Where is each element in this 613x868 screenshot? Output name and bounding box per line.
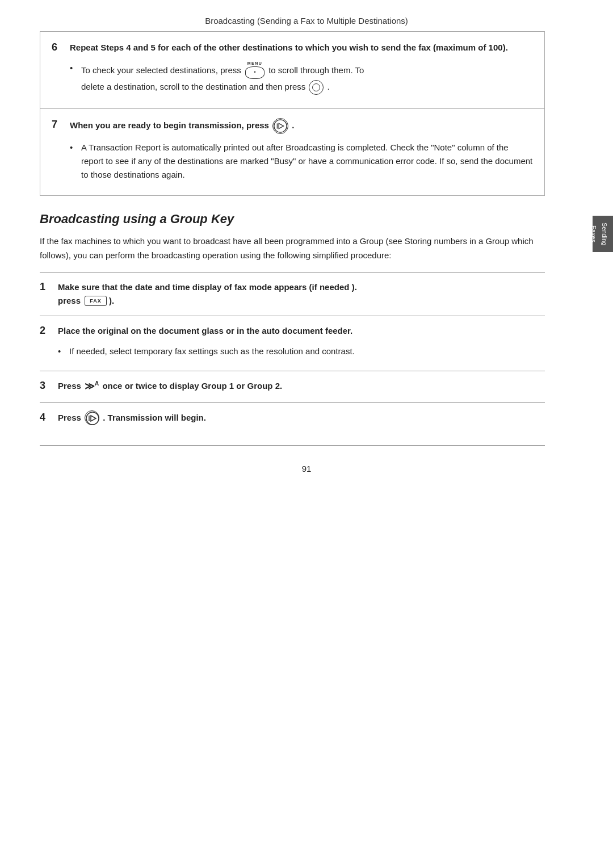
group-step1-text-post: ). <box>352 282 357 292</box>
group-step1: 1 Make sure that the date and time displ… <box>40 272 545 316</box>
start-icon-2 <box>85 410 99 425</box>
group-step2-bullet1-text: If needed, select temporary fax settings… <box>69 346 355 356</box>
group-step1-text-pre: Make sure that the date and time display… <box>58 282 349 292</box>
group-step2-number: 2 <box>40 324 53 337</box>
group-step3-text: Press ≫A once or twice to display Group … <box>58 381 282 391</box>
side-tab: Sending Faxes 3. <box>593 216 613 252</box>
step6-number: 6 <box>52 41 65 54</box>
group-step2-bullet1: If needed, select temporary fax settings… <box>58 345 545 358</box>
group-step3: 3 Press ≫A once or twice to display Grou… <box>40 371 545 402</box>
step6-bullet1-pre: To check your selected destinations, pre… <box>81 65 241 75</box>
svg-marker-1 <box>279 124 283 129</box>
page-number: 91 <box>0 452 613 479</box>
step6-box: 6 Repeat Steps 4 and 5 for each of the o… <box>40 31 545 109</box>
main-content: 6 Repeat Steps 4 and 5 for each of the o… <box>0 31 590 446</box>
group-step4: 4 Press . Transmission will begin. <box>40 402 545 434</box>
side-tab-line1: Sending <box>600 223 608 245</box>
start-icon <box>272 118 288 134</box>
group-step3-text-mid: once or twice to display Group 1 or Grou… <box>102 381 282 391</box>
header-title: Broadcasting (Sending a Fax to Multiple … <box>205 16 408 26</box>
step6-bullets: To check your selected destinations, pre… <box>70 61 533 95</box>
step7-bullet1: A Transaction Report is automatically pr… <box>70 141 533 182</box>
group-step1-line2-pre: press <box>58 296 81 305</box>
step7-number: 7 <box>52 118 65 131</box>
side-tab-line2: Faxes <box>589 225 597 242</box>
page-header: Broadcasting (Sending a Fax to Multiple … <box>0 0 613 31</box>
group-step3-number: 3 <box>40 379 53 392</box>
step7-bullet1-text: A Transaction Report is automatically pr… <box>81 142 532 179</box>
group-step1-number: 1 <box>40 280 53 293</box>
group-step3-text-pre: Press <box>58 381 81 391</box>
group-step4-text-pre: Press <box>58 413 81 422</box>
group-step1-text: Make sure that the date and time display… <box>58 282 357 292</box>
step7-heading-pre: When you are ready to begin transmission… <box>70 120 269 130</box>
step7-heading: When you are ready to begin transmission… <box>70 120 294 130</box>
stop-icon <box>309 80 324 95</box>
group-step2-heading: Place the original on the document glass… <box>58 326 352 336</box>
step6-bullet1-line2-pre: delete a destination, scroll to the dest… <box>81 82 305 91</box>
svg-point-0 <box>274 120 287 132</box>
step7-box: 7 When you are ready to begin transmissi… <box>40 109 545 196</box>
section-intro: If the fax machines to which you want to… <box>40 234 545 263</box>
svg-point-3 <box>86 412 99 425</box>
side-tab-number: 3. <box>578 232 586 237</box>
step6-bullet1-post: to scroll through them. To <box>268 65 364 75</box>
group-step2-bullets: If needed, select temporary fax settings… <box>58 345 545 358</box>
menu-icon: MENU <box>245 60 264 79</box>
group-step1-line2: press FAX ). <box>58 296 114 305</box>
fax-button-icon: FAX <box>85 296 107 306</box>
step7-bullets: A Transaction Report is automatically pr… <box>70 141 533 182</box>
step6-heading: Repeat Steps 4 and 5 for each of the oth… <box>70 43 508 52</box>
group-step4-number: 4 <box>40 411 53 424</box>
section-title: Broadcasting using a Group Key <box>40 212 545 227</box>
step6-bullet1-line2-post: . <box>328 82 330 91</box>
step6-bullet1: To check your selected destinations, pre… <box>70 61 533 95</box>
double-arrow-icon: ≫A <box>85 379 99 394</box>
step7-heading-post: . <box>292 120 294 130</box>
group-step2: 2 Place the original on the document gla… <box>40 316 545 371</box>
group-step4-text: Press . Transmission will begin. <box>58 413 206 422</box>
svg-marker-4 <box>91 416 96 421</box>
group-step4-text-post: . Transmission will begin. <box>103 413 206 422</box>
